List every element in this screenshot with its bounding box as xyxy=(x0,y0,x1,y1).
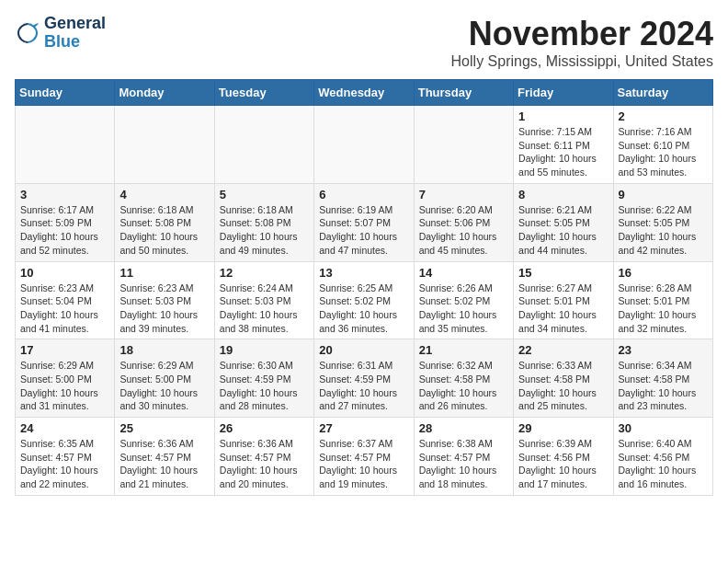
day-info: Sunrise: 6:23 AM Sunset: 5:03 PM Dayligh… xyxy=(119,282,198,334)
day-cell: 29Sunrise: 6:39 AM Sunset: 4:56 PM Dayli… xyxy=(514,418,613,496)
day-cell: 20Sunrise: 6:31 AM Sunset: 4:59 PM Dayli… xyxy=(314,339,414,418)
day-info: Sunrise: 7:15 AM Sunset: 6:11 PM Dayligh… xyxy=(518,126,597,178)
week-row-1: 1Sunrise: 7:15 AM Sunset: 6:11 PM Daylig… xyxy=(16,106,713,184)
day-cell: 27Sunrise: 6:37 AM Sunset: 4:57 PM Dayli… xyxy=(314,418,414,496)
week-row-5: 24Sunrise: 6:35 AM Sunset: 4:57 PM Dayli… xyxy=(16,418,713,496)
day-number: 11 xyxy=(119,266,209,280)
day-info: Sunrise: 6:29 AM Sunset: 5:00 PM Dayligh… xyxy=(20,360,98,411)
day-number: 15 xyxy=(518,266,608,280)
day-cell: 22Sunrise: 6:33 AM Sunset: 4:58 PM Dayli… xyxy=(514,339,613,418)
weekday-header-row: SundayMondayTuesdayWednesdayThursdayFrid… xyxy=(16,80,713,106)
day-cell: 9Sunrise: 6:22 AM Sunset: 5:05 PM Daylig… xyxy=(613,183,712,261)
day-number: 20 xyxy=(319,343,408,357)
day-info: Sunrise: 6:26 AM Sunset: 5:02 PM Dayligh… xyxy=(419,282,497,334)
day-info: Sunrise: 6:24 AM Sunset: 5:03 PM Dayligh… xyxy=(220,282,298,334)
day-cell: 28Sunrise: 6:38 AM Sunset: 4:57 PM Dayli… xyxy=(414,418,513,496)
day-info: Sunrise: 6:20 AM Sunset: 5:06 PM Dayligh… xyxy=(419,204,497,256)
day-info: Sunrise: 7:16 AM Sunset: 6:10 PM Dayligh… xyxy=(619,126,697,178)
day-info: Sunrise: 6:36 AM Sunset: 4:57 PM Dayligh… xyxy=(220,438,298,489)
day-number: 28 xyxy=(419,421,508,435)
day-cell: 13Sunrise: 6:25 AM Sunset: 5:02 PM Dayli… xyxy=(314,261,414,339)
day-cell xyxy=(214,106,313,184)
day-cell: 26Sunrise: 6:36 AM Sunset: 4:57 PM Dayli… xyxy=(214,418,313,496)
header: General Blue November 2024 Holly Springs… xyxy=(15,15,713,70)
day-number: 5 xyxy=(220,188,309,201)
day-info: Sunrise: 6:30 AM Sunset: 4:59 PM Dayligh… xyxy=(220,360,298,411)
day-number: 4 xyxy=(119,188,209,201)
day-cell: 7Sunrise: 6:20 AM Sunset: 5:06 PM Daylig… xyxy=(414,183,513,261)
day-cell xyxy=(414,106,513,184)
weekday-header-sunday: Sunday xyxy=(16,80,115,106)
day-number: 22 xyxy=(518,343,608,357)
day-number: 27 xyxy=(319,421,408,435)
day-number: 29 xyxy=(518,421,608,435)
day-info: Sunrise: 6:36 AM Sunset: 4:57 PM Dayligh… xyxy=(119,438,198,489)
day-cell: 6Sunrise: 6:19 AM Sunset: 5:07 PM Daylig… xyxy=(314,183,414,261)
day-cell: 3Sunrise: 6:17 AM Sunset: 5:09 PM Daylig… xyxy=(16,183,115,261)
day-info: Sunrise: 6:18 AM Sunset: 5:08 PM Dayligh… xyxy=(119,204,198,256)
day-cell: 10Sunrise: 6:23 AM Sunset: 5:04 PM Dayli… xyxy=(16,261,115,339)
day-cell: 16Sunrise: 6:28 AM Sunset: 5:01 PM Dayli… xyxy=(613,261,712,339)
day-info: Sunrise: 6:28 AM Sunset: 5:01 PM Dayligh… xyxy=(619,282,697,334)
day-number: 23 xyxy=(619,343,708,357)
day-info: Sunrise: 6:17 AM Sunset: 5:09 PM Dayligh… xyxy=(20,204,98,256)
location-title: Holly Springs, Mississippi, United State… xyxy=(451,53,713,70)
day-number: 10 xyxy=(20,266,109,280)
day-number: 8 xyxy=(518,188,608,201)
day-info: Sunrise: 6:25 AM Sunset: 5:02 PM Dayligh… xyxy=(319,282,397,334)
day-number: 18 xyxy=(119,343,209,357)
logo-general-text: General xyxy=(44,15,106,33)
day-info: Sunrise: 6:21 AM Sunset: 5:05 PM Dayligh… xyxy=(518,204,597,256)
day-cell: 4Sunrise: 6:18 AM Sunset: 5:08 PM Daylig… xyxy=(115,183,214,261)
day-info: Sunrise: 6:35 AM Sunset: 4:57 PM Dayligh… xyxy=(20,438,98,489)
day-cell: 8Sunrise: 6:21 AM Sunset: 5:05 PM Daylig… xyxy=(514,183,613,261)
day-number: 2 xyxy=(619,109,708,123)
day-cell: 23Sunrise: 6:34 AM Sunset: 4:58 PM Dayli… xyxy=(613,339,712,418)
day-number: 30 xyxy=(619,421,708,435)
day-number: 24 xyxy=(20,421,109,435)
weekday-header-friday: Friday xyxy=(514,80,613,106)
weekday-header-saturday: Saturday xyxy=(613,80,712,106)
day-number: 1 xyxy=(518,109,608,123)
day-number: 16 xyxy=(619,266,708,280)
day-cell: 2Sunrise: 7:16 AM Sunset: 6:10 PM Daylig… xyxy=(613,106,712,184)
day-info: Sunrise: 6:38 AM Sunset: 4:57 PM Dayligh… xyxy=(419,438,497,489)
day-cell xyxy=(314,106,414,184)
day-cell xyxy=(115,106,214,184)
day-number: 17 xyxy=(20,343,109,357)
day-number: 25 xyxy=(119,421,209,435)
weekday-header-monday: Monday xyxy=(115,80,214,106)
day-cell: 1Sunrise: 7:15 AM Sunset: 6:11 PM Daylig… xyxy=(514,106,613,184)
day-info: Sunrise: 6:32 AM Sunset: 4:58 PM Dayligh… xyxy=(419,360,497,411)
weekday-header-wednesday: Wednesday xyxy=(314,80,414,106)
week-row-3: 10Sunrise: 6:23 AM Sunset: 5:04 PM Dayli… xyxy=(16,261,713,339)
day-cell: 12Sunrise: 6:24 AM Sunset: 5:03 PM Dayli… xyxy=(214,261,313,339)
day-info: Sunrise: 6:39 AM Sunset: 4:56 PM Dayligh… xyxy=(518,438,597,489)
day-info: Sunrise: 6:31 AM Sunset: 4:59 PM Dayligh… xyxy=(319,360,397,411)
day-number: 13 xyxy=(319,266,408,280)
day-info: Sunrise: 6:18 AM Sunset: 5:08 PM Dayligh… xyxy=(220,204,298,256)
day-cell: 25Sunrise: 6:36 AM Sunset: 4:57 PM Dayli… xyxy=(115,418,214,496)
week-row-2: 3Sunrise: 6:17 AM Sunset: 5:09 PM Daylig… xyxy=(16,183,713,261)
weekday-header-thursday: Thursday xyxy=(414,80,513,106)
logo-blue-text: Blue xyxy=(44,33,106,52)
day-number: 19 xyxy=(220,343,309,357)
day-cell: 19Sunrise: 6:30 AM Sunset: 4:59 PM Dayli… xyxy=(214,339,313,418)
day-info: Sunrise: 6:27 AM Sunset: 5:01 PM Dayligh… xyxy=(518,282,597,334)
calendar-table: SundayMondayTuesdayWednesdayThursdayFrid… xyxy=(15,79,713,496)
day-cell: 14Sunrise: 6:26 AM Sunset: 5:02 PM Dayli… xyxy=(414,261,513,339)
day-info: Sunrise: 6:37 AM Sunset: 4:57 PM Dayligh… xyxy=(319,438,397,489)
logo-icon xyxy=(15,20,40,46)
day-cell: 17Sunrise: 6:29 AM Sunset: 5:00 PM Dayli… xyxy=(16,339,115,418)
day-cell: 21Sunrise: 6:32 AM Sunset: 4:58 PM Dayli… xyxy=(414,339,513,418)
day-cell: 24Sunrise: 6:35 AM Sunset: 4:57 PM Dayli… xyxy=(16,418,115,496)
day-info: Sunrise: 6:33 AM Sunset: 4:58 PM Dayligh… xyxy=(518,360,597,411)
day-number: 14 xyxy=(419,266,508,280)
day-info: Sunrise: 6:29 AM Sunset: 5:00 PM Dayligh… xyxy=(119,360,198,411)
day-cell: 30Sunrise: 6:40 AM Sunset: 4:56 PM Dayli… xyxy=(613,418,712,496)
month-title: November 2024 xyxy=(451,15,713,53)
day-cell: 5Sunrise: 6:18 AM Sunset: 5:08 PM Daylig… xyxy=(214,183,313,261)
day-info: Sunrise: 6:23 AM Sunset: 5:04 PM Dayligh… xyxy=(20,282,98,334)
logo: General Blue xyxy=(15,15,106,52)
day-number: 6 xyxy=(319,188,408,201)
